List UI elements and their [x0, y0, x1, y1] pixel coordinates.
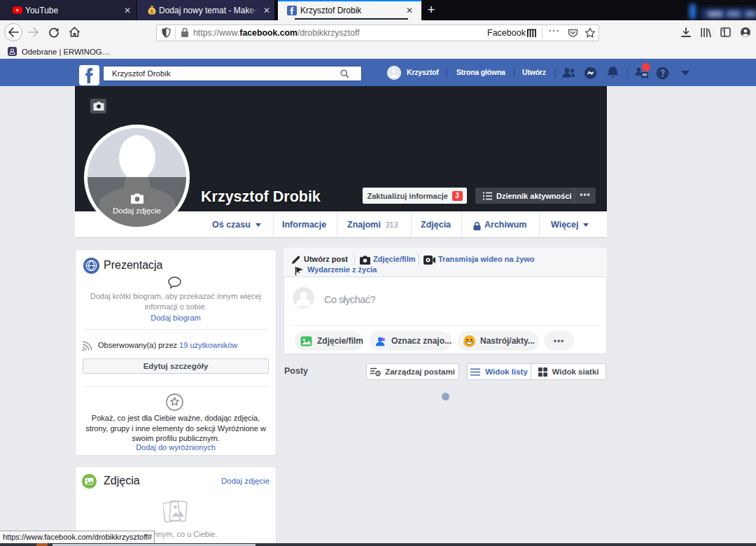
bookmarks-bar	[0, 43, 756, 59]
btn-edit-details[interactable]: Edytuj szczegóły	[83, 358, 269, 374]
btn-activity-log[interactable]: Dziennik aktywności •••	[475, 188, 596, 204]
profile-picture[interactable]: Dodaj zdjęcie	[84, 125, 190, 230]
featured-hint: Pokaż, co jest dla Ciebie ważne, dodając…	[82, 413, 270, 444]
pill-photo[interactable]: Zdjęcie/film	[295, 331, 363, 351]
profile-name: Krzysztof Drobik	[201, 188, 321, 206]
tab-youtube[interactable]: YouTube ✕	[0, 0, 136, 20]
censored-1	[690, 4, 696, 19]
bio-hint: Dodaj krótki biogram, aby przekazać inny…	[83, 291, 268, 312]
composer-placeholder: Co słychać?	[324, 294, 375, 305]
pill-tag[interactable]: Oznacz znajo...	[370, 331, 451, 351]
url-text: https://www.facebook.com/drobikkrzysztof…	[193, 25, 360, 41]
btn-grid-view[interactable]: Widok siatki	[531, 363, 606, 380]
taskbar	[0, 543, 756, 546]
btn-list-view[interactable]: Widok listy	[467, 363, 531, 380]
tab-makecash[interactable]: Dodaj nowy temat - Make-cash ✕	[137, 0, 274, 20]
status-tooltip: https://www.facebook.com/drobikkrzysztof…	[0, 531, 155, 544]
fb-logo	[79, 65, 99, 85]
firefox-facebook-profile: YouTube ✕ Dodaj nowy temat - Make-cash ✕…	[0, 0, 756, 546]
notif-badge	[642, 63, 650, 71]
tab-facebook-active[interactable]: Krzysztof Drobik ✕	[278, 0, 421, 20]
fb-search[interactable]: Krzysztof Drobik	[103, 66, 362, 81]
pill-more[interactable]: •••	[544, 331, 574, 351]
new-tab[interactable]: +	[424, 3, 439, 18]
loading-dot	[442, 393, 449, 400]
btn-update-info[interactable]: Zaktualizuj informacje3	[363, 188, 467, 204]
pill-mood[interactable]: Nastrój/akty...	[458, 331, 539, 351]
posts-label: Posty	[284, 366, 308, 376]
btn-manage-posts[interactable]: Zarządzaj postami	[366, 363, 459, 380]
